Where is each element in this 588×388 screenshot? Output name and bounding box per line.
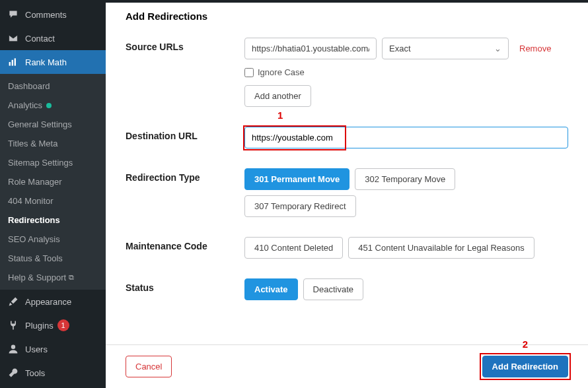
comments-icon: [7, 8, 20, 21]
main-content: Add Redirections Source URLs Exact ⌄ Rem…: [106, 3, 588, 388]
sidebar-item-visual[interactable]: Visual Composer: [0, 385, 106, 388]
admin-sidebar: Comments Contact Rank Math Dashboard Ana…: [0, 3, 106, 388]
plugin-count-badge: 1: [57, 319, 69, 331]
destination-url-label: Destination URL: [126, 127, 244, 141]
submenu-titles[interactable]: Titles & Meta: [0, 134, 106, 153]
sidebar-item-comments[interactable]: Comments: [0, 3, 106, 26]
user-icon: [7, 342, 20, 356]
type-307-button[interactable]: 307 Temporary Redirect: [244, 195, 356, 217]
submenu-help[interactable]: Help & Support⧉: [0, 268, 106, 287]
svg-rect-1: [12, 60, 13, 66]
plug-icon: [7, 319, 20, 332]
sidebar-label: Contact: [25, 34, 55, 44]
remove-link[interactable]: Remove: [519, 44, 551, 53]
external-icon: ⧉: [69, 273, 74, 282]
add-another-button[interactable]: Add another: [244, 85, 311, 107]
submenu-404[interactable]: 404 Monitor: [0, 191, 106, 210]
destination-url-input[interactable]: [244, 127, 568, 148]
rankmath-icon: [7, 55, 20, 69]
ignore-case-checkbox[interactable]: [244, 68, 254, 77]
sidebar-label: Plugins: [25, 321, 54, 331]
match-type-select[interactable]: Exact ⌄: [382, 38, 509, 59]
sidebar-item-appearance[interactable]: Appearance: [0, 290, 106, 313]
submenu-analytics[interactable]: Analytics: [0, 96, 106, 115]
sidebar-item-contact[interactable]: Contact: [0, 26, 106, 50]
sidebar-item-tools[interactable]: Tools: [0, 361, 106, 385]
submenu-status[interactable]: Status & Tools: [0, 249, 106, 268]
add-redirection-button[interactable]: Add Redirection: [482, 356, 568, 377]
ignore-case-label[interactable]: Ignore Case: [244, 67, 568, 77]
brush-icon: [7, 295, 20, 308]
submenu-sitemap[interactable]: Sitemap Settings: [0, 153, 106, 172]
sidebar-label: Appearance: [25, 297, 71, 307]
maintenance-code-label: Maintenance Code: [126, 237, 244, 251]
sidebar-item-plugins[interactable]: Plugins 1: [0, 313, 106, 337]
sidebar-item-users[interactable]: Users: [0, 337, 106, 361]
status-dot-icon: [46, 103, 52, 108]
mail-icon: [7, 32, 20, 45]
submenu-redirections[interactable]: Redirections: [0, 210, 106, 230]
sidebar-label: Tools: [25, 368, 45, 378]
maint-410-button[interactable]: 410 Content Deleted: [244, 237, 343, 259]
wrench-icon: [7, 366, 20, 379]
maint-451-button[interactable]: 451 Content Unavailable for Legal Reason…: [348, 237, 534, 259]
svg-rect-0: [9, 62, 11, 66]
redirection-type-label: Redirection Type: [126, 168, 244, 183]
activate-button[interactable]: Activate: [244, 278, 298, 300]
form-footer: Cancel 2 Add Redirection: [106, 344, 588, 388]
svg-rect-2: [15, 58, 16, 65]
type-302-button[interactable]: 302 Temporary Move: [355, 168, 455, 190]
chevron-down-icon: ⌄: [494, 44, 501, 53]
svg-point-3: [11, 345, 15, 349]
sidebar-item-rankmath[interactable]: Rank Math: [0, 50, 106, 74]
type-301-button[interactable]: 301 Permanent Move: [244, 168, 349, 190]
submenu-dashboard[interactable]: Dashboard: [0, 77, 106, 96]
deactivate-button[interactable]: Deactivate: [303, 278, 363, 300]
sidebar-submenu: Dashboard Analytics General Settings Tit…: [0, 74, 106, 290]
sidebar-label: Users: [25, 344, 48, 354]
sidebar-label: Rank Math: [25, 57, 67, 67]
annotation-1: 1: [277, 110, 283, 121]
submenu-role[interactable]: Role Manager: [0, 172, 106, 191]
status-label: Status: [126, 278, 244, 293]
submenu-seo[interactable]: SEO Analysis: [0, 230, 106, 249]
page-title: Add Redirections: [126, 11, 568, 22]
source-url-input[interactable]: [244, 38, 377, 59]
sidebar-label: Comments: [25, 10, 67, 20]
source-urls-label: Source URLs: [126, 38, 244, 52]
cancel-button[interactable]: Cancel: [126, 356, 172, 377]
submenu-general[interactable]: General Settings: [0, 115, 106, 134]
